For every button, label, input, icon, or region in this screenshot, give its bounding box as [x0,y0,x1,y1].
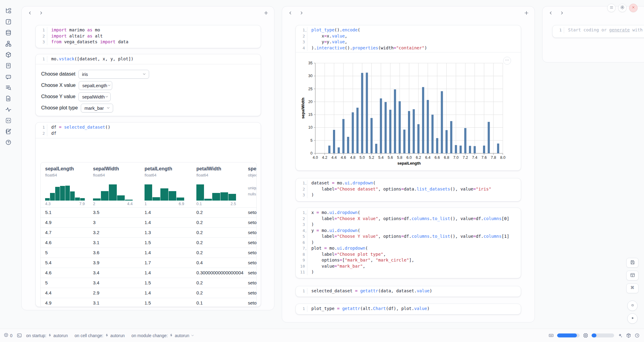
fold-chevron-icon[interactable] [305,181,307,187]
sidebar-item-documentation[interactable] [3,94,13,103]
code-line: x=x.value, [311,33,521,39]
fold-chevron-icon[interactable] [305,229,307,235]
column-histogram[interactable] [93,183,133,201]
column-histogram[interactable] [145,183,184,201]
column-prev-button[interactable] [27,9,33,16]
histogram-bar [60,186,65,201]
svg-text:10: 10 [308,125,313,130]
run-setting[interactable]: on module change:autorun [131,333,194,338]
altair-chart[interactable]: 4.04.24.44.64.85.05.25.45.65.86.06.26.46… [300,55,521,169]
terminal-button[interactable] [17,333,22,338]
column-header-sepalLength[interactable]: sepalLengthfloat644.37.9 [45,166,91,177]
code-editor[interactable]: 123import marimo as moimport altair as a… [36,25,261,47]
column-header-petalWidth[interactable]: petalWidthfloat640.12.5 [196,166,242,177]
table-cell: 0.1 [196,300,203,305]
line-number: 4 [296,45,305,51]
keyboard-shortcuts-button[interactable]: ⌘ [626,283,639,293]
marimo-app: f 123import marimo as moimport altair as… [0,0,644,342]
column-header-petalLength[interactable]: petalLengthfloat6416.9 [145,166,190,177]
bolt-icon [105,333,109,338]
sidebar-item-file-explorer[interactable] [3,6,13,16]
code-line: y = mo.ui.dropdown( [311,228,521,234]
line-number-gutter: 123 [36,27,47,45]
package-icon[interactable] [626,333,631,338]
histogram-bar [196,184,204,201]
sidebar-item-snippets[interactable] [3,116,13,125]
layout-toggle-button[interactable] [626,271,639,280]
column-next-button[interactable] [298,9,305,16]
activity-sidebar: f [0,0,17,329]
add-cell-button[interactable] [263,9,269,16]
sidebar-item-help[interactable] [3,137,13,147]
sidebar-item-dependency-graph[interactable] [3,39,13,48]
histogram-bar [45,198,50,201]
keyboard-icon[interactable] [549,333,554,338]
dropdown-label: Choose plot type [41,105,78,111]
histogram-bar [70,191,75,201]
workflow-icon [5,41,12,47]
fold-chevron-icon[interactable] [305,211,307,217]
sidebar-item-chat[interactable] [3,72,13,81]
editor-placeholder[interactable]: Start coding or generate with AI [564,27,644,33]
run-setting[interactable]: on cell change:autorun [74,333,125,338]
column-meta: uniqunulls: [248,185,257,197]
code-editor[interactable]: 1mo.vstack([dataset, x, y, plot]) [36,54,261,64]
close-button[interactable] [629,4,638,12]
fold-chevron-icon[interactable] [305,28,307,34]
column-prev-button[interactable] [287,9,294,16]
code-editor[interactable]: 1 Start coding or generate with AI [553,25,644,35]
code-editor[interactable]: 1selected_dataset = getattr(data, datase… [296,286,521,296]
chart-menu-button[interactable] [503,57,511,65]
sidebar-item-data-sources[interactable] [3,28,13,37]
column-header-sepalWidth[interactable]: sepalWidthfloat6424.4 [93,166,139,177]
generate-with-ai-link[interactable]: generate [609,27,630,32]
sidebar-item-outline[interactable] [3,61,13,70]
error-count-button[interactable]: 0 [4,333,13,338]
table-cell: 3.5 [93,210,99,215]
interrupt-button[interactable] [627,301,638,311]
line-number-gutter: 1 [296,306,307,312]
sidebar-item-packages[interactable] [3,50,13,59]
column-prev-button[interactable] [547,9,554,16]
sidebar-item-variables[interactable]: f [3,17,13,27]
menu-button[interactable] [607,4,616,12]
dropdown-select[interactable]: iris [78,70,149,79]
code-editor[interactable]: 1plot_type = getattr(alt.Chart(df), plot… [296,304,521,314]
code-editor[interactable]: 1234567891011x = mo.ui.dropdown( label="… [296,208,521,277]
column-header-speci[interactable]: speciobjecuniqunulls: [248,166,257,177]
svg-text:sepalLength: sepalLength [397,161,421,166]
dropdown-select[interactable]: mark_bar [81,104,113,112]
settings-button[interactable] [618,4,627,12]
memory-icon[interactable] [583,333,588,338]
column-next-button[interactable] [38,9,44,16]
svg-text:7.6: 7.6 [481,155,487,160]
table-cell: setos [248,240,257,245]
dropdown-select[interactable]: sepalLength [79,81,112,90]
sidebar-item-tracing[interactable] [3,105,13,114]
sidebar-item-logs[interactable] [3,83,13,92]
code-line: mo.vstack([dataset, x, y, plot]) [51,56,261,62]
sidebar-item-scratchpad[interactable] [3,126,13,136]
fold-chevron-icon[interactable] [305,247,307,253]
code-editor[interactable]: 1234plot_type().encode( x=x.value, y=y.v… [296,25,521,53]
column-histogram[interactable] [45,183,85,201]
code-line: import marimo as mo [51,27,261,33]
code-lines: x = mo.ui.dropdown( label="Choose X valu… [307,210,521,275]
clock-icon[interactable] [635,333,640,338]
save-button[interactable] [626,258,639,268]
ellipsis-icon [505,58,510,64]
code-editor[interactable]: 12df = selected_dataset()df [36,123,261,138]
code-editor[interactable]: 123dataset = mo.ui.dropdown( label="Choo… [296,178,521,200]
sparkles-icon[interactable] [617,333,623,338]
code-lines: import marimo as moimport altair as altf… [47,27,261,45]
column-histogram[interactable] [196,183,236,201]
histogram-range: 4.37.9 [45,201,85,206]
add-cell-button[interactable] [523,9,530,16]
run-setting[interactable]: on startup:autorun [26,333,68,338]
dropdown-select[interactable]: sepalWidth [78,92,111,101]
column-next-button[interactable] [558,9,565,16]
histogram-bar [50,193,55,201]
run-button[interactable] [627,313,638,324]
code-line: y=y.value, [311,39,521,45]
table-row: 4.73.21.30.2setos [41,227,256,237]
